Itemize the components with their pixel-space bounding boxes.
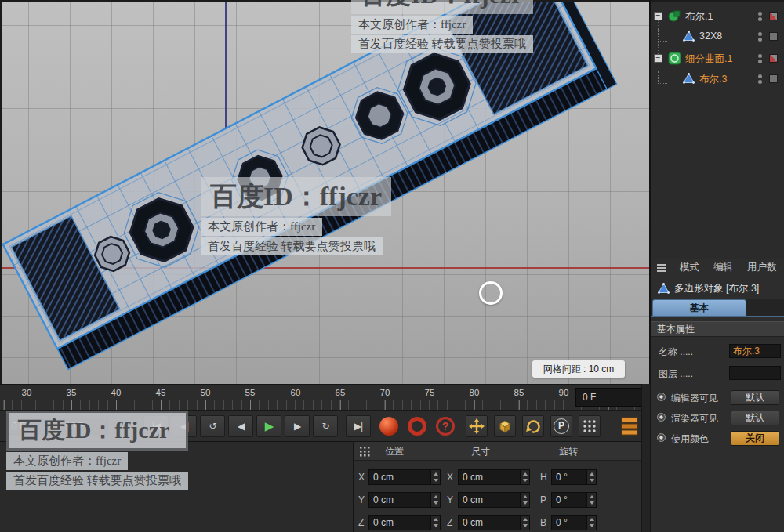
layer-label: 图层 ..... [659, 367, 693, 381]
watermark-middle: 百度ID：ffjczr 本文原创作者：ffjczr 首发百度经验 转载要点赞投票… [201, 177, 391, 255]
object-title: 多边形对象 [布尔.3] [674, 279, 759, 298]
name-field[interactable]: 布尔.3 [729, 344, 781, 358]
layer-field[interactable] [729, 366, 781, 380]
size-x-field[interactable]: 0 cm [458, 469, 530, 485]
goto-end-button[interactable]: ▶| [346, 415, 371, 437]
timeline-tick: 70 [380, 388, 390, 397]
size-y-label: Y [447, 494, 453, 505]
visibility-dots-icon[interactable] [758, 54, 762, 65]
tab-basic[interactable]: 基本 [652, 299, 746, 316]
watermark-line: 首发百度经验 转载要点赞投票哦 [351, 35, 533, 53]
watermark-top: 百度ID：ffjczr 本文原创作者：ffjczr 首发百度经验 转载要点赞投票… [351, 0, 533, 53]
tab-edit[interactable]: 编辑 [713, 261, 733, 274]
object-label: 布尔.1 [685, 10, 713, 24]
timeline-ruler[interactable]: 30 35 40 45 50 55 60 65 70 75 80 85 90 [0, 384, 649, 410]
timeline-tick: 85 [514, 388, 524, 397]
watermark-id-text: 百度ID：ffjczr [6, 411, 188, 451]
enable-toggle-icon[interactable] [769, 32, 778, 41]
rot-h-label: H [540, 472, 547, 483]
tab-mode[interactable]: 模式 [680, 261, 699, 274]
c4d-window: 网格间距 : 10 cm 百度ID：ffjczr 本文原创作者：ffjczr 首… [0, 0, 784, 532]
boole-object-icon [668, 9, 681, 23]
stepper-icon[interactable] [586, 493, 596, 507]
pos-y-field[interactable]: 0 cm [368, 492, 441, 508]
subdivision-surface-icon [668, 52, 681, 65]
editor-visibility-radio-icon[interactable] [657, 393, 666, 401]
timeline-tick: 75 [425, 388, 435, 397]
key-parameter-button[interactable]: P [550, 415, 572, 437]
layer-stack-button[interactable] [621, 416, 638, 440]
render-visibility-button[interactable]: 默认 [731, 411, 779, 425]
rot-p-field[interactable]: 0 ° [551, 492, 597, 508]
stepper-icon[interactable] [430, 470, 440, 484]
autokey-icon[interactable] [408, 417, 426, 436]
rotate-arrow-icon [525, 418, 541, 434]
position-header: 位置 [385, 442, 404, 461]
object-row-32x8[interactable]: 32X8 [651, 27, 784, 46]
key-pla-button[interactable] [579, 415, 601, 437]
timeline-tick: 50 [201, 388, 211, 397]
visibility-dots-icon[interactable] [758, 12, 762, 23]
play-reverse-button[interactable]: ↺ [200, 415, 225, 437]
keyframe-help-icon[interactable]: ? [436, 417, 455, 436]
section-header[interactable]: 基本属性 [651, 321, 784, 337]
render-visibility-label: 渲染器可见 [671, 412, 718, 425]
key-rotation-button[interactable] [522, 415, 544, 437]
collapse-icon[interactable]: − [654, 12, 662, 20]
parameter-p-icon: P [554, 418, 569, 434]
watermark-id-text: 百度ID：ffjczr [201, 177, 391, 216]
object-manager: − 布尔.1 32X8 − 细分曲面.1 [651, 0, 784, 259]
rot-h-field[interactable]: 0 ° [551, 469, 597, 485]
key-scale-button[interactable] [494, 415, 516, 437]
tab-userdata[interactable]: 用户数 [747, 261, 777, 274]
enable-toggle-icon[interactable] [769, 54, 778, 63]
rot-p-label: P [540, 494, 546, 505]
size-z-field[interactable]: 0 cm [458, 515, 530, 530]
panel-splitter[interactable] [641, 384, 651, 532]
stepper-icon[interactable] [430, 493, 440, 507]
stepper-icon[interactable] [520, 493, 529, 507]
object-row-sds1[interactable]: − 细分曲面.1 [651, 49, 784, 68]
points-grid-icon [582, 418, 597, 434]
prev-frame-button[interactable]: ◀ [228, 415, 253, 437]
collapse-icon[interactable]: − [654, 54, 662, 63]
stepper-icon[interactable] [430, 516, 440, 530]
object-row-boole1[interactable]: − 布尔.1 [651, 7, 784, 26]
watermark-bottom-left: 百度ID：ffjczr 本文原创作者：ffjczr 首发百度经验 转载要点赞投票… [6, 411, 188, 490]
enable-toggle-icon[interactable] [769, 12, 778, 20]
current-frame-field[interactable]: 0 F [575, 388, 641, 407]
editor-visibility-button[interactable]: 默认 [731, 390, 779, 405]
size-header: 尺寸 [471, 442, 490, 461]
use-color-button[interactable]: 关闭 [731, 431, 779, 446]
size-z-label: Z [447, 517, 452, 528]
object-row-boole3[interactable]: 布尔.3 [651, 70, 784, 89]
visibility-dots-icon[interactable] [758, 74, 762, 85]
timeline-tick: 55 [245, 388, 256, 397]
next-frame-button[interactable]: ▶ [285, 415, 310, 437]
size-y-field[interactable]: 0 cm [458, 492, 530, 508]
key-position-button[interactable] [466, 415, 488, 437]
render-visibility-radio-icon[interactable] [657, 413, 666, 422]
rot-b-label: B [540, 517, 546, 528]
timeline-tick: 60 [291, 388, 301, 397]
rot-b-field[interactable]: 0 ° [551, 515, 597, 530]
stepper-icon[interactable] [586, 470, 596, 484]
enable-toggle-icon[interactable] [769, 74, 778, 83]
pos-z-field[interactable]: 0 cm [368, 515, 441, 530]
menu-grid-icon [657, 263, 666, 272]
timeline-tick: 80 [470, 388, 480, 397]
pos-x-field[interactable]: 0 cm [368, 469, 441, 485]
attribute-section-tabs: 基本 [651, 299, 784, 317]
visibility-dots-icon[interactable] [758, 32, 762, 43]
watermark-id-text: 百度ID：ffjczr [351, 0, 533, 14]
stepper-icon[interactable] [520, 470, 529, 484]
timeline-tick: 90 [559, 388, 569, 397]
use-color-radio-icon[interactable] [657, 433, 666, 442]
loop-button[interactable]: ↻ [313, 415, 338, 437]
stepper-icon[interactable] [520, 516, 529, 530]
play-button[interactable]: ▶ [256, 415, 281, 437]
record-keyframe-icon[interactable] [379, 417, 398, 436]
timeline-tick: 40 [111, 388, 122, 397]
stepper-icon[interactable] [586, 516, 596, 530]
watermark-line: 本文原创作者：ffjczr [201, 218, 322, 236]
